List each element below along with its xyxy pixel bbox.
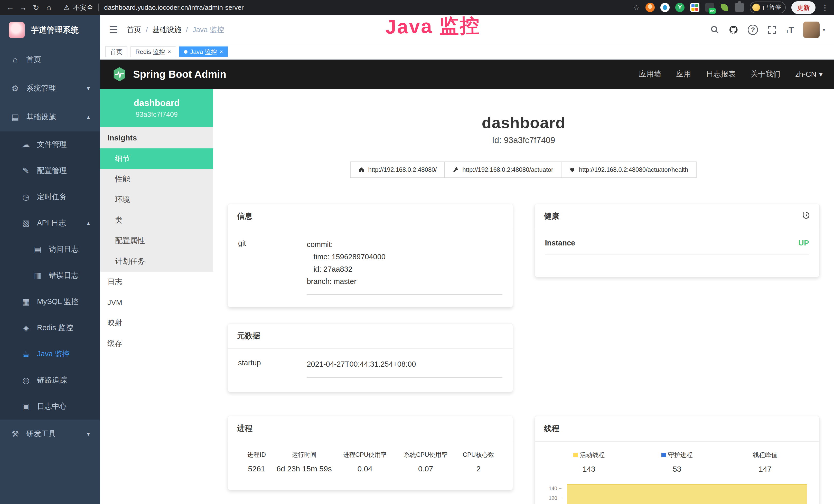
daemon-threads-value: 53 xyxy=(633,465,721,474)
sba-item-details[interactable]: 细节 xyxy=(100,148,213,169)
sba-item-mappings[interactable]: 映射 xyxy=(100,313,213,333)
github-icon[interactable] xyxy=(729,25,739,35)
instance-links: http://192.168.0.2:48080/ http://192.168… xyxy=(227,161,820,178)
sidebar-item-label: MySQL 监控 xyxy=(37,297,79,307)
breadcrumb-infra[interactable]: 基础设施 xyxy=(153,25,181,35)
peak-threads-value: 147 xyxy=(721,465,809,474)
browser-home-icon[interactable]: ⌂ xyxy=(43,3,54,12)
history-icon[interactable] xyxy=(802,211,810,222)
sidebar-item-label: 系统管理 xyxy=(26,83,56,93)
puzzle-extension-icon[interactable] xyxy=(735,3,744,12)
home-icon xyxy=(358,167,365,173)
font-size-icon[interactable]: тT xyxy=(786,25,794,35)
sba-nav-journal[interactable]: 日志报表 xyxy=(706,69,736,79)
sba-nav-wall[interactable]: 应用墙 xyxy=(639,69,661,79)
sba-logo-icon xyxy=(111,66,127,82)
sidebar-item-label: 研发工具 xyxy=(26,429,56,439)
tab-java-monitor[interactable]: Java 监控 × xyxy=(179,46,228,57)
document-icon: ▤ xyxy=(33,245,43,254)
sba-item-classes[interactable]: 类 xyxy=(100,210,213,231)
tab-home[interactable]: 首页 xyxy=(105,46,127,57)
sidebar-item-redis[interactable]: ◈ Redis 监控 xyxy=(0,315,100,341)
health-url-link[interactable]: http://192.168.0.2:48080/actuator/health xyxy=(561,161,697,178)
cards-right-column: 健康 Instance xyxy=(534,204,820,504)
leaf-extension-icon[interactable] xyxy=(720,3,729,12)
proxy-switch-extension-icon[interactable]: on xyxy=(705,3,714,12)
url-text[interactable]: dashboard.yudao.iocoder.cn/infra/admin-s… xyxy=(104,4,243,12)
sba-brand[interactable]: Spring Boot Admin xyxy=(111,66,226,82)
sidebar-item-system[interactable]: ⚙ 系统管理 ▾ xyxy=(0,74,100,103)
user-menu[interactable]: ▾ xyxy=(803,22,825,38)
sba-main: dashboard Id: 93a3fc7f7409 http://192.16… xyxy=(213,89,834,504)
sidebar-item-mysql[interactable]: ▦ MySQL 监控 xyxy=(0,289,100,315)
security-label[interactable]: 不安全 xyxy=(73,3,93,12)
process-table: 进程ID 运行时间 进程CPU使用率 系统CPU使用率 CPU核心数 5261 … xyxy=(238,451,502,473)
tab-label: 首页 xyxy=(110,48,123,56)
sba-item-environment[interactable]: 环境 xyxy=(100,189,213,210)
sba-item-caches[interactable]: 缓存 xyxy=(100,333,213,354)
sba-nav-applications[interactable]: 应用 xyxy=(676,69,691,79)
sba-app-header[interactable]: dashboard 93a3fc7f7409 xyxy=(100,89,213,127)
actuator-url-link[interactable]: http://192.168.0.2:48080/actuator xyxy=(444,161,562,178)
sidebar-item-devtools[interactable]: ⚒ 研发工具 ▾ xyxy=(0,419,100,448)
locale-select[interactable]: zh-CN ▾ xyxy=(795,70,823,78)
log-icon: ▧ xyxy=(21,218,31,228)
fullscreen-icon[interactable] xyxy=(767,25,776,35)
sba-item-metrics[interactable]: 性能 xyxy=(100,169,213,189)
sidebar-brand[interactable]: 芋道管理系统 xyxy=(0,15,100,45)
grid-extension-icon[interactable] xyxy=(690,3,699,12)
sidebar-item-java[interactable]: ☕ Java 监控 xyxy=(0,341,100,367)
service-url-link[interactable]: http://192.168.0.2:48080/ xyxy=(350,161,445,178)
address-bar[interactable]: ⚠ 不安全 dashboard.yudao.iocoder.cn/infra/a… xyxy=(64,3,631,12)
close-icon[interactable]: × xyxy=(220,48,223,55)
navbar-actions: ? тT ▾ xyxy=(710,22,825,38)
sba-item-config-props[interactable]: 配置属性 xyxy=(100,231,213,251)
close-icon[interactable]: × xyxy=(168,48,171,55)
search-icon[interactable] xyxy=(710,25,720,35)
instance-label: Instance xyxy=(545,239,575,247)
tab-redis-monitor[interactable]: Redis 监控 × xyxy=(130,46,176,57)
bookmark-star-icon[interactable]: ☆ xyxy=(633,3,640,12)
hamburger-icon[interactable]: ☰ xyxy=(109,24,118,36)
green-extension-icon[interactable]: Y xyxy=(675,3,684,12)
sba-nav-about[interactable]: 关于我们 xyxy=(750,69,780,79)
breadcrumb-home[interactable]: 首页 xyxy=(127,25,141,35)
sidebar-item-file[interactable]: ☁ 文件管理 xyxy=(0,132,100,158)
cloud-icon: ☁ xyxy=(21,140,31,150)
browser-menu-icon[interactable]: ⋮ xyxy=(821,3,829,12)
app-shell: 芋道管理系统 ⌂ 首页 ⚙ 系统管理 ▾ ▤ 基础设施 ▴ ☁ 文件管理 xyxy=(0,15,834,504)
sidebar-item-label: 访问日志 xyxy=(49,244,79,254)
fox-extension-icon[interactable] xyxy=(645,3,655,12)
sba-item-logs[interactable]: 日志 xyxy=(100,272,213,292)
sidebar-item-trace[interactable]: ◎ 链路追踪 xyxy=(0,367,100,393)
sidebar-item-accesslog[interactable]: ▤ 访问日志 xyxy=(0,236,100,262)
sidebar-item-apilog[interactable]: ▧ API 日志 ▴ xyxy=(0,210,100,236)
back-icon[interactable]: ← xyxy=(5,3,16,12)
drop-extension-icon[interactable] xyxy=(660,3,670,12)
sidebar-item-home[interactable]: ⌂ 首页 xyxy=(0,45,100,74)
paused-badge[interactable]: 已暂停 xyxy=(750,2,786,13)
sidebar-item-infra[interactable]: ▤ 基础设施 ▴ xyxy=(0,103,100,132)
threads-card: 线程 活动线程 143 xyxy=(534,416,820,504)
card-title: 线程 xyxy=(544,423,559,434)
process-cpu: 0.04 xyxy=(333,464,397,473)
log-center-icon: ▣ xyxy=(21,402,31,411)
sidebar-item-logcenter[interactable]: ▣ 日志中心 xyxy=(0,393,100,419)
sidebar-item-label: 错误日志 xyxy=(49,270,79,281)
sba-item-jvm[interactable]: JVM xyxy=(100,292,213,313)
help-icon[interactable]: ? xyxy=(748,25,758,35)
breadcrumb: 首页 / 基础设施 / Java 监控 xyxy=(127,25,224,35)
sidebar-item-config[interactable]: ✎ 配置管理 xyxy=(0,158,100,184)
sidebar-item-errorlog[interactable]: ▥ 错误日志 xyxy=(0,262,100,289)
sba-item-scheduled-tasks[interactable]: 计划任务 xyxy=(100,251,213,272)
forward-icon[interactable]: → xyxy=(18,3,29,12)
sba-app-name: dashboard xyxy=(134,98,180,108)
update-button[interactable]: 更新 xyxy=(791,1,815,14)
refresh-icon[interactable]: ↻ xyxy=(30,3,42,12)
tab-label: Java 监控 xyxy=(190,48,217,56)
sidebar-item-label: 基础设施 xyxy=(26,112,56,122)
process-card: 进程 进程ID 运行时间 进程CPU使用率 系统CPU使用率 xyxy=(227,416,513,490)
active-threads-area xyxy=(567,484,807,504)
home-icon: ⌂ xyxy=(10,55,20,65)
sidebar-item-job[interactable]: ◷ 定时任务 xyxy=(0,184,100,210)
